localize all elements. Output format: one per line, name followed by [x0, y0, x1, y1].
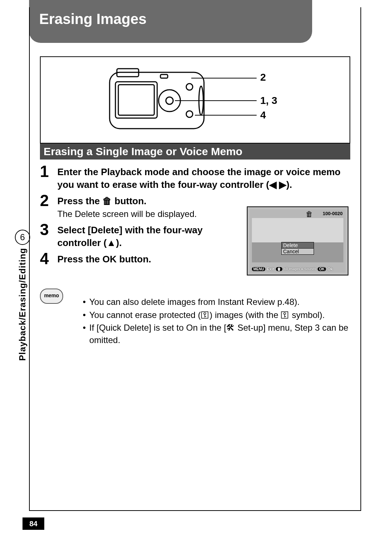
step-1: 1 Enter the Playback mode and choose the…	[40, 164, 350, 191]
memo-list: You can also delete images from Instant …	[68, 296, 350, 347]
lcd-file-number: 100-0020	[323, 211, 343, 216]
step-instruction: Select [Delete] with the four-way contro…	[57, 224, 228, 249]
svg-point-6	[186, 84, 193, 90]
menu-action: Exit	[267, 267, 274, 271]
callout-line	[191, 78, 257, 78]
menu-pill: MENU	[252, 267, 265, 271]
chapter-label: Playback/Erasing/Editing	[17, 248, 28, 361]
chapter-side-tab: 6 Playback/Erasing/Editing	[15, 230, 30, 368]
camera-lcd-screenshot: 🗑 100-0020 ♪ ▣ Delete Cancel MENU Exit 🗑…	[247, 206, 348, 275]
lcd-inner: 🗑 100-0020 ♪ ▣ Delete Cancel MENU Exit 🗑…	[250, 209, 346, 273]
ok-action: Ok	[327, 267, 333, 271]
trash-action: All Images & Sounds	[284, 267, 317, 271]
step-instruction: Press the 🗑 button.	[57, 195, 228, 207]
svg-rect-8	[160, 74, 168, 78]
chapter-number: 6	[15, 230, 30, 245]
memo-block: memo You can also delete images from Ins…	[40, 287, 350, 355]
step-instruction: Press the OK button.	[57, 253, 228, 266]
diagram-callout-4: 4	[260, 109, 266, 121]
step-detail: The Delete screen will be displayed.	[57, 208, 228, 220]
trash-icon: 🗑	[306, 210, 313, 218]
lcd-menu-cancel: Cancel	[281, 248, 314, 255]
memo-item: You cannot erase protected (⚿) images (w…	[83, 309, 350, 321]
diagram-callout-2: 2	[260, 72, 266, 83]
lcd-delete-menu: Delete Cancel	[281, 242, 314, 254]
lcd-bottom-bar: MENU Exit 🗑 All Images & Sounds OK Ok	[252, 267, 343, 271]
memo-icon: memo	[40, 289, 63, 304]
svg-point-5	[166, 97, 173, 104]
page-number: 84	[23, 517, 44, 530]
callout-line	[195, 115, 257, 116]
callout-line	[175, 100, 257, 101]
lcd-photo-preview	[252, 218, 343, 262]
ok-pill: OK	[318, 267, 326, 271]
svg-rect-3	[118, 85, 154, 115]
svg-point-7	[186, 111, 193, 117]
section-heading-text: Erasing a Single Image or Voice Memo	[44, 145, 242, 157]
memo-item: You can also delete images from Instant …	[83, 296, 350, 308]
camera-illustration	[102, 61, 211, 138]
lcd-menu-delete: Delete	[281, 242, 314, 249]
diagram-callout-13: 1, 3	[260, 95, 277, 106]
camera-diagram: 2 1, 3 4	[40, 56, 350, 144]
step-number: 3	[40, 222, 57, 238]
trash-pill-icon: 🗑	[276, 267, 282, 271]
step-instruction: Enter the Playback mode and choose the i…	[57, 166, 350, 191]
svg-rect-2	[115, 82, 157, 118]
step-number: 2	[40, 193, 57, 209]
section-heading: Erasing a Single Image or Voice Memo	[40, 144, 350, 160]
step-number: 4	[40, 251, 57, 267]
memo-item: If [Quick Delete] is set to On in the [🛠…	[83, 322, 350, 346]
step-number: 1	[40, 164, 57, 180]
